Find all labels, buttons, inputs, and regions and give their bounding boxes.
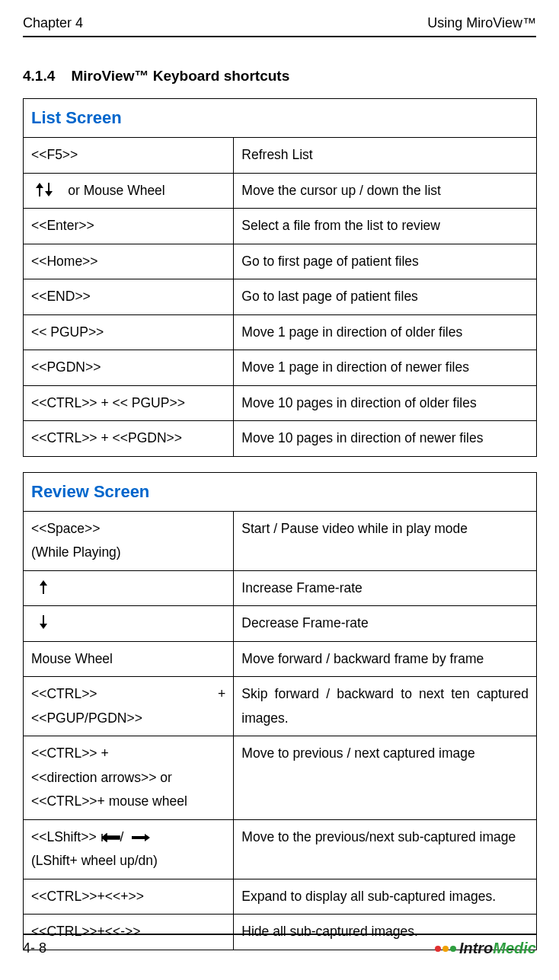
shortcut-description: Move to previous / next captured image [234,736,537,820]
shortcut-description: Increase Frame-rate [234,570,537,606]
arrow-up-icon [35,183,44,198]
page-number: 4- 8 [23,940,46,956]
table-row: Mouse WheelMove forward / backward frame… [24,641,537,677]
shortcut-key: <<F5>> [24,138,234,174]
shortcut-description: Decrease Frame-rate [234,606,537,642]
logo-bullet-yellow [442,946,449,952]
table-row: << PGUP>>Move 1 page in direction of old… [24,314,537,350]
table-row: <<END>> Go to last page of patient files [24,279,537,315]
shortcut-key: Mouse Wheel [24,641,234,677]
arrow-down-icon [44,183,53,198]
shortcut-description: Move forward / backward frame by frame [234,641,537,677]
arrow-up-icon [39,580,48,595]
shortcut-key: <<CTRL>> +<<direction arrows>> or<<CTRL>… [24,736,234,820]
shortcut-description: Start / Pause video while in play mode [234,511,537,570]
shortcut-key [24,606,234,642]
shortcut-key [24,570,234,606]
list-screen-table: List Screen <<F5>>Refresh List or Mouse … [23,98,537,457]
shortcut-description: Move 1 page in direction of older files [234,314,537,350]
logo-bullet-red [435,946,441,952]
arrow-right-end-icon [131,829,151,844]
section-number: 4.1.4 [23,68,55,84]
page-footer: 4- 8 IntroMedic [23,934,536,957]
logo-text: IntroMedic [459,940,536,957]
table-row: Decrease Frame-rate [24,606,537,642]
table-row: <<Space>>(While Playing)Start / Pause vi… [24,511,537,570]
logo-intro: Intro [459,940,493,956]
shortcut-key: <<CTRL>>+<<PGUP/PGDN>> [24,677,234,736]
table-row: <<F5>>Refresh List [24,138,537,174]
section-heading: 4.1.4 MiroView™ Keyboard shortcuts [23,68,536,85]
table-row: or Mouse WheelMove the cursor up / down … [24,173,537,209]
section-title: MiroView™ Keyboard shortcuts [71,68,289,84]
shortcut-description: Move the cursor up / down the list [234,173,537,209]
shortcut-key: <<END>> [24,279,234,315]
shortcut-key: <<LShift>> / (LShift+ wheel up/dn) [24,819,234,879]
chapter-label: Chapter 4 [23,15,83,31]
arrow-down-icon [39,615,48,630]
shortcut-description: Move 10 pages in direction of older file… [234,385,537,421]
shortcut-description: Move 1 page in direction of newer files [234,350,537,386]
table-row: <<CTRL>> +<<direction arrows>> or<<CTRL>… [24,736,537,820]
shortcut-description: Refresh List [234,138,537,174]
table-row: <<PGDN>>Move 1 page in direction of newe… [24,350,537,386]
table-row: <<CTRL>> + <<PGDN>>Move 10 pages in dire… [24,421,537,457]
review-screen-title: Review Screen [24,472,537,511]
shortcut-description: Go to first page of patient files [234,244,537,279]
shortcut-description: Skip forward / backward to next ten capt… [234,677,537,736]
arrow-left-end-icon [101,829,120,844]
table-header-row: List Screen [24,99,537,138]
shortcut-description: Expand to display all sub-captured image… [234,879,537,915]
shortcut-description: Go to last page of patient files [234,279,537,315]
shortcut-description: Select a file from the list to review [234,209,537,244]
shortcut-key: << PGUP>> [24,314,234,350]
logo-medic: Medic [493,940,536,956]
table-row: Increase Frame-rate [24,570,537,606]
table-header-row: Review Screen [24,472,537,511]
shortcut-key: <<Enter>> [24,209,234,244]
shortcut-description: Move 10 pages in direction of newer file… [234,421,537,457]
table-row: <<CTRL>>+<<PGUP/PGDN>>Skip forward / bac… [24,677,537,736]
shortcut-key: <<Home>> [24,244,234,279]
shortcut-key: <<PGDN>> [24,350,234,386]
table-row: <<LShift>> / (LShift+ wheel up/dn)Move t… [24,819,537,879]
shortcut-description: Move to the previous/next sub-captured i… [234,819,537,879]
table-row: <<Home>>Go to first page of patient file… [24,244,537,279]
shortcut-key: <<Space>>(While Playing) [24,511,234,570]
shortcut-key: <<CTRL>>+<<+>> [24,879,234,915]
shortcut-key: or Mouse Wheel [24,173,234,209]
table-row: <<Enter>>Select a file from the list to … [24,209,537,244]
logo-bullets [435,946,456,952]
footer-logo: IntroMedic [435,940,536,957]
page-title: Using MiroView™ [427,15,536,31]
review-screen-table: Review Screen <<Space>>(While Playing)St… [23,472,537,950]
table-row: <<CTRL>> + << PGUP>>Move 10 pages in dir… [24,385,537,421]
shortcut-key: <<CTRL>> + <<PGDN>> [24,421,234,457]
list-screen-title: List Screen [24,99,537,138]
table-row: <<CTRL>>+<<+>>Expand to display all sub-… [24,879,537,915]
shortcut-key: <<CTRL>> + << PGUP>> [24,385,234,421]
logo-bullet-green [450,946,456,952]
page-header: Chapter 4 Using MiroView™ [23,15,536,37]
